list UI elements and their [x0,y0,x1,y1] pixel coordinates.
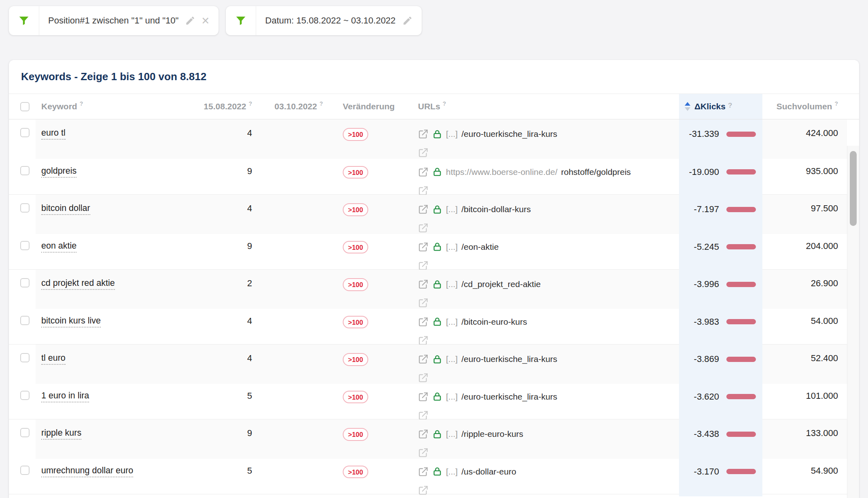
remove-filter-icon[interactable]: ✕ [201,16,210,26]
delta-clicks-value: -7.197 [685,204,719,215]
url-link[interactable]: /us-dollar-euro [461,467,516,477]
row-checkbox[interactable] [20,466,30,475]
external-link-icon[interactable] [418,429,429,439]
column-header-keyword[interactable]: Keyword [41,102,77,111]
https-lock-icon [432,204,442,215]
url-link[interactable]: /bitcoin-euro-kurs [461,317,527,327]
column-header-search-volume[interactable]: Suchvolumen [777,102,832,111]
keyword-link[interactable]: tl euro [41,353,66,365]
delta-clicks-bar [726,244,756,249]
sort-asc-icon [685,102,690,106]
delta-clicks-bar [726,207,756,212]
external-link-icon[interactable] [418,335,429,346]
row-checkbox[interactable] [20,203,30,213]
external-link-icon[interactable] [418,410,429,421]
help-icon[interactable]: ? [728,102,732,110]
keywords-panel: Keywords - Zeige 1 bis 100 von 8.812 Key… [9,60,859,498]
filter-chip-position[interactable]: Position#1 zwischen "1" und "10" ✕ [9,6,219,35]
external-link-icon[interactable] [418,447,429,458]
keyword-link[interactable]: euro tl [41,128,66,140]
keyword-link[interactable]: 1 euro in lira [41,391,89,402]
keyword-link[interactable]: goldpreis [41,166,76,178]
search-volume-value: 52.400 [762,345,847,384]
search-volume-value: 54.000 [762,307,847,347]
external-link-icon[interactable] [418,392,429,402]
external-link-icon[interactable] [418,298,429,308]
table-row: tl euro 4 >100 [...]/euro-tuerkische_lir… [9,344,859,382]
external-link-icon[interactable] [418,317,429,327]
column-header-date-from[interactable]: 15.08.2022 [204,102,246,111]
search-volume-value: 101.000 [762,382,847,421]
external-link-icon[interactable] [418,279,429,289]
position-date-from: 9 [210,157,264,197]
https-lock-icon [432,279,442,289]
keyword-link[interactable]: ripple kurs [41,428,81,440]
column-header-date-to[interactable]: 03.10.2022 [274,102,317,111]
external-link-icon[interactable] [418,372,429,383]
delta-clicks-bar [726,432,756,437]
search-volume-value: 97.500 [762,195,847,234]
position-date-to [264,157,335,197]
delta-clicks-value: -19.090 [685,167,719,177]
url-link[interactable]: rohstoffe/goldpreis [561,167,630,177]
external-link-icon[interactable] [418,223,429,233]
external-link-icon[interactable] [418,147,429,158]
edit-filter-icon[interactable] [185,15,195,26]
column-header-delta-clicks[interactable]: ΔKlicks [694,102,726,111]
help-icon[interactable]: ? [443,100,446,107]
external-link-icon[interactable] [418,485,429,496]
search-volume-value: 26.900 [762,270,847,309]
position-date-to [264,232,335,272]
search-volume-value: 424.000 [762,119,847,159]
url-link[interactable]: /eon-aktie [461,242,499,252]
help-icon[interactable]: ? [834,100,838,107]
table-row: eon aktie 9 >100 [...]/eon-aktie [9,232,859,270]
external-link-icon[interactable] [418,204,429,215]
external-link-icon[interactable] [418,260,429,271]
keyword-link[interactable]: bitcoin kurs live [41,316,101,328]
url-link[interactable]: /euro-tuerkische_lira-kurs [461,129,557,139]
column-header-urls[interactable]: URLs [418,102,440,111]
row-checkbox[interactable] [20,128,30,137]
row-checkbox[interactable] [20,166,30,175]
external-link-icon[interactable] [418,129,429,139]
url-link[interactable]: /euro-tuerkische_lira-kurs [461,392,557,402]
row-checkbox[interactable] [20,241,30,250]
help-icon[interactable]: ? [319,100,323,107]
row-checkbox[interactable] [20,391,30,400]
row-checkbox[interactable] [20,428,30,437]
delta-clicks-value: -5.245 [685,242,719,252]
help-icon[interactable]: ? [80,100,83,107]
keyword-link[interactable]: umrechnung dollar euro [41,466,133,477]
vertical-scrollbar-thumb[interactable] [850,151,857,226]
column-header-change[interactable]: Veränderung [343,102,395,111]
position-date-to [264,345,335,384]
url-link[interactable]: /euro-tuerkische_lira-kurs [461,354,557,364]
keyword-link[interactable]: bitcoin dollar [41,203,90,215]
external-link-icon[interactable] [418,466,429,477]
vertical-scrollbar-track[interactable] [847,146,859,498]
row-checkbox[interactable] [20,353,30,362]
row-checkbox[interactable] [20,278,30,287]
help-icon[interactable]: ? [248,100,252,107]
external-link-icon[interactable] [418,354,429,364]
edit-filter-icon[interactable] [402,15,413,26]
search-volume-value: 54.900 [762,457,847,496]
filter-chip-date[interactable]: Datum: 15.08.2022 ~ 03.10.2022 [226,6,421,35]
external-link-icon[interactable] [418,167,429,177]
url-link[interactable]: /bitcoin-dollar-kurs [461,204,531,214]
external-link-icon[interactable] [418,242,429,252]
position-change-badge: >100 [343,128,368,141]
keyword-link[interactable]: eon aktie [41,241,76,253]
url-domain-prefix: [...] [446,354,458,364]
row-checkbox[interactable] [20,316,30,325]
url-link[interactable]: /cd_projekt_red-aktie [461,279,541,289]
sort-icon[interactable] [685,102,690,111]
url-link[interactable]: /ripple-euro-kurs [461,429,523,439]
select-all-checkbox[interactable] [20,102,30,111]
https-lock-icon [432,129,442,139]
keyword-link[interactable]: cd projekt red aktie [41,278,115,290]
delta-clicks-bar [726,282,756,287]
external-link-icon[interactable] [418,185,429,196]
delta-clicks-bar [726,394,756,399]
